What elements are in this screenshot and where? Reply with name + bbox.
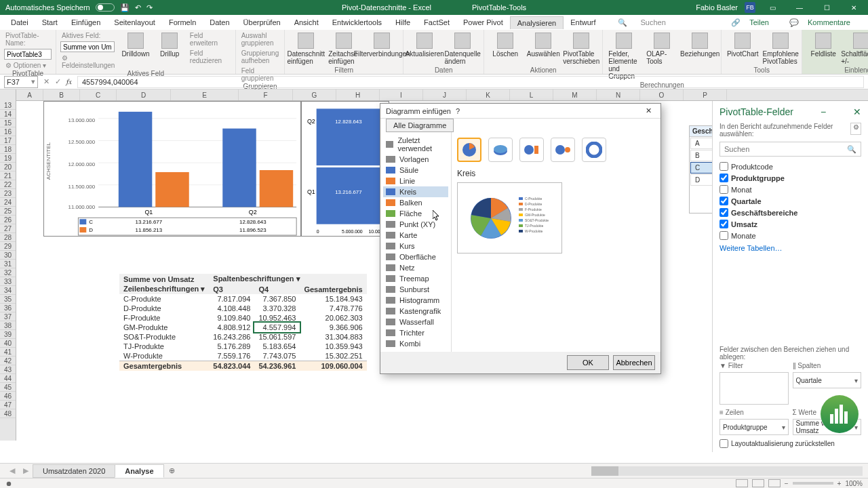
filter-area[interactable] [719, 372, 789, 405]
horizontal-scrollbar[interactable] [591, 466, 863, 476]
pivotchart-button[interactable]: PivotChart [726, 31, 760, 59]
menu-ansicht[interactable]: Ansicht [288, 16, 326, 28]
chart-type-item[interactable]: Fläche [383, 208, 448, 219]
zoom-out-icon[interactable]: − [785, 480, 789, 487]
col-filter-icon[interactable]: ▾ [296, 274, 300, 283]
zoom-in-icon[interactable]: + [837, 480, 842, 487]
gear-icon[interactable]: ⚙ [850, 123, 861, 135]
pie-subtype-1[interactable] [457, 138, 481, 162]
pie-subtype-2[interactable] [488, 138, 513, 162]
cancel-button[interactable]: Abbrechen [613, 355, 655, 370]
table-row[interactable]: GM-Produkte4.808.9124.557.9949.366.906 [119, 323, 367, 332]
chart-type-item[interactable]: Wasserfall [383, 317, 448, 327]
pagelayout-view-icon[interactable] [752, 479, 764, 487]
chart-type-item[interactable]: Säule [383, 165, 448, 176]
table-row[interactable]: SO&T-Produkte16.243.28615.061.59731.304.… [119, 332, 367, 342]
share-button[interactable]: 🔗 Teilen [724, 16, 783, 29]
undo-icon[interactable]: ↶ [135, 3, 141, 12]
menu-einfuegen[interactable]: Einfügen [64, 16, 107, 28]
olap-button[interactable]: OLAP-Tools [645, 31, 679, 66]
field-item[interactable]: Produktgruppe [719, 172, 861, 184]
zoom-slider[interactable] [793, 482, 833, 485]
table-row[interactable]: C-Produkte7.817.0947.367.85015.184.943 [119, 294, 367, 304]
pt-options[interactable]: ⚙ Optionen ▾ [4, 61, 52, 70]
chart-type-item[interactable]: Punkt (XY) [383, 219, 448, 230]
sheet-tab-1[interactable]: Umsatzdaten 2020 [33, 464, 115, 478]
chart-type-item[interactable]: Netz [383, 262, 448, 273]
insert-timeline-button[interactable]: Zeitachse einfügen [327, 31, 361, 66]
menu-seitenlayout[interactable]: Seitenlayout [107, 16, 162, 28]
save-icon[interactable]: 💾 [120, 3, 130, 12]
table-row[interactable]: D-Produkte4.108.4483.370.3287.478.776 [119, 304, 367, 313]
embedded-bar-chart[interactable]: ACHSENTITEL 13.000.000 12.500.000 12.000… [43, 101, 301, 237]
row-headers[interactable]: 1314151617181920212223242526272829303132… [0, 89, 16, 441]
chart-type-item[interactable]: Kombi [383, 338, 448, 349]
field-item[interactable]: Monat [719, 184, 861, 195]
sheet-tab-2[interactable]: Analyse [115, 464, 163, 478]
autosave-toggle[interactable] [96, 3, 115, 12]
chart-type-item[interactable]: Vorlagen [383, 154, 448, 165]
pivot-table[interactable]: Summe von Umsatz Spaltenbeschriftungen ▾… [119, 274, 367, 371]
fx-confirm-icon[interactable]: ✓ [55, 77, 61, 86]
menu-powerpivot[interactable]: Power Pivot [456, 16, 510, 28]
search-icon[interactable]: 🔍 [847, 145, 856, 154]
sheet-nav-next[interactable]: ▶ [19, 466, 33, 475]
field-item[interactable]: Monate [719, 230, 861, 241]
recommended-button[interactable]: Empfohlene PivotTables [764, 31, 797, 66]
fields-button[interactable]: Felder, Elemente und Gruppen [607, 31, 641, 81]
field-settings[interactable]: ⚙ Feldeinstellungen [60, 54, 116, 70]
menu-hilfe[interactable]: Hilfe [389, 16, 417, 28]
search-placeholder[interactable]: Suchen [634, 16, 673, 28]
pie-subtype-5[interactable] [582, 138, 606, 162]
chart-preview[interactable]: C-Produkte D-Produkte F-Produkte GM-Prod… [457, 182, 562, 253]
search-input[interactable] [724, 145, 847, 153]
change-source-button[interactable]: Datenquelle ändern [446, 31, 479, 66]
pt-name-input[interactable] [4, 49, 52, 60]
defer-checkbox[interactable] [719, 439, 728, 448]
chart-type-item[interactable]: Trichter [383, 327, 448, 338]
bar-q2-d[interactable] [260, 170, 294, 207]
chart-type-item[interactable]: Treemap [383, 273, 448, 284]
field-item[interactable]: Geschäftsbereiche [719, 207, 861, 218]
menu-daten[interactable]: Daten [203, 16, 236, 28]
active-field-input[interactable] [60, 41, 115, 52]
dialog-help-icon[interactable]: ? [451, 107, 465, 115]
insert-slicer-button[interactable]: Datenschnitt einfügen [289, 31, 323, 66]
move-button[interactable]: PivotTable verschieben [564, 31, 598, 66]
menu-entwurf[interactable]: Entwurf [564, 16, 602, 28]
menu-ueberpruefen[interactable]: Überprüfen [237, 16, 288, 28]
search-icon[interactable]: 🔍 [611, 16, 634, 29]
fx-icon[interactable]: 𝑓𝑥 [66, 77, 72, 86]
fx-cancel-icon[interactable]: ✕ [43, 77, 50, 86]
normal-view-icon[interactable] [736, 479, 748, 487]
record-macro-icon[interactable]: ⏺ [5, 480, 12, 487]
chart-type-item[interactable]: Zuletzt verwendet [383, 135, 448, 154]
chart-type-item[interactable]: Kastengrafik [383, 306, 448, 317]
dialog-tab-all[interactable]: Alle Diagramme [386, 119, 454, 132]
select-button[interactable]: Auswählen [526, 31, 560, 59]
field-item[interactable]: Quartale [719, 195, 861, 207]
bar-q1-d[interactable] [155, 172, 189, 207]
ok-button[interactable]: OK [567, 355, 609, 370]
column-headers[interactable]: AB CD EF GH IJ KL MN OP [16, 89, 868, 101]
menu-start[interactable]: Start [35, 16, 64, 28]
more-tables-link[interactable]: Weitere Tabellen… [719, 244, 861, 252]
drillup-button[interactable]: Drillup [155, 31, 184, 59]
maximize-button[interactable]: ☐ [816, 0, 837, 15]
redo-icon[interactable]: ↷ [146, 3, 153, 12]
chart-type-item[interactable]: Histogramm [383, 295, 448, 306]
filter-conn-button[interactable]: Filterverbindungen [365, 31, 399, 59]
minimize-button[interactable]: — [789, 0, 810, 15]
ribbon-collapse-icon[interactable]: ▭ [762, 0, 783, 15]
close-button[interactable]: ✕ [844, 0, 864, 15]
formula-input[interactable]: 4557994,040064 [77, 76, 864, 88]
menu-entwicklertools[interactable]: Entwicklertools [326, 16, 389, 28]
chart-type-list[interactable]: Zuletzt verwendetVorlagenSäuleLinieKreis… [380, 132, 452, 352]
field-item[interactable]: Umsatz [719, 218, 861, 230]
add-sheet-button[interactable]: ⊕ [163, 464, 180, 477]
pie-subtype-3[interactable] [519, 138, 544, 162]
zoom-value[interactable]: 100% [845, 480, 863, 487]
pane-close-icon[interactable]: ✕ [853, 106, 861, 117]
chart-type-item[interactable]: Karte [383, 230, 448, 241]
chart-type-item[interactable]: Balken [383, 197, 448, 208]
